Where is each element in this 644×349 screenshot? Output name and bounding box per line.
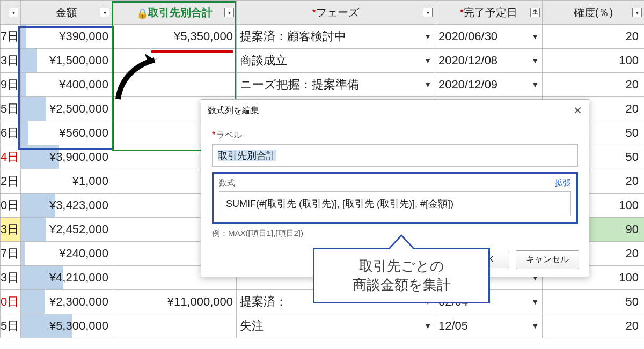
- filter-icon[interactable]: ▾: [224, 8, 234, 17]
- prob-cell: 20: [543, 314, 645, 338]
- day-cell: 3日: [1, 266, 21, 290]
- amount-cell: ¥1,000: [21, 169, 112, 194]
- table-row[interactable]: 5日¥5,300,000失注▼12/05▼20: [1, 314, 645, 338]
- chevron-down-icon[interactable]: ▼: [424, 80, 431, 89]
- prob-cell: 100: [543, 49, 645, 73]
- day-cell: 0日: [1, 194, 21, 218]
- lock-icon: 🔒: [136, 8, 148, 18]
- day-cell: 7日: [1, 242, 21, 266]
- col-amount-header[interactable]: 金額▾: [21, 1, 112, 25]
- phase-cell[interactable]: 失注▼: [237, 314, 435, 338]
- amount-cell: ¥1,500,000: [21, 49, 112, 73]
- date-cell[interactable]: 12/05▼: [435, 314, 543, 338]
- date-cell[interactable]: 2020/06/30▼: [435, 25, 543, 49]
- col-date-header[interactable]: *完了予定日: [435, 1, 543, 25]
- chevron-down-icon[interactable]: ▼: [531, 298, 539, 306]
- amount-cell: ¥3,900,000: [21, 145, 112, 169]
- day-cell: 4日: [1, 145, 21, 169]
- chevron-down-icon[interactable]: ▼: [424, 32, 431, 41]
- col-day-header[interactable]: ▾: [1, 1, 21, 25]
- table-row[interactable]: 3日¥1,500,000商談成立▼2020/12/08▼100: [1, 49, 645, 73]
- dialog-title: 数式列を編集: [208, 105, 259, 116]
- day-cell: 0日: [1, 290, 21, 314]
- filter-icon[interactable]: ▾: [423, 8, 433, 17]
- label-field-label: *ラベル: [212, 130, 578, 141]
- amount-cell: ¥4,210,000: [21, 266, 112, 290]
- arrow-annotation: [107, 48, 172, 107]
- amount-cell: ¥2,500,000: [21, 97, 112, 121]
- chevron-down-icon[interactable]: ▼: [531, 322, 539, 330]
- formula-field-label: 数式: [219, 178, 235, 188]
- amount-cell: ¥560,000: [21, 121, 112, 145]
- total-cell: ¥5,350,000: [112, 25, 237, 49]
- day-cell: 3日: [1, 218, 21, 242]
- phase-cell[interactable]: ニーズ把握：提案準備▼: [237, 73, 435, 97]
- total-cell: ¥11,000,000: [112, 290, 237, 314]
- chevron-down-icon[interactable]: ▼: [531, 56, 539, 65]
- formula-section-highlight: 数式 拡張 SUMIF(#[取引先 (取引先)], [取引先 (取引先)], #…: [212, 172, 578, 224]
- amount-cell: ¥3,423,000: [21, 194, 112, 218]
- chevron-down-icon[interactable]: ▼: [531, 80, 539, 89]
- table-row[interactable]: 9日¥400,000ニーズ把握：提案準備▼2020/12/09▼20: [1, 73, 645, 97]
- prob-cell: 50: [543, 290, 645, 314]
- chevron-down-icon[interactable]: ▼: [424, 322, 431, 330]
- day-cell: 2日: [1, 169, 21, 194]
- total-cell: [112, 314, 237, 338]
- day-cell: 5日: [1, 97, 21, 121]
- day-cell: 7日: [1, 25, 21, 49]
- header-row: ▾ 金額▾ 🔒取引先別合計▾ *フェーズ▾ *完了予定日 確度(％)▾: [1, 1, 645, 25]
- amount-cell: ¥400,000: [21, 73, 112, 97]
- date-cell[interactable]: 2020/12/08▼: [435, 49, 543, 73]
- col-total-header[interactable]: 🔒取引先別合計▾: [112, 1, 237, 25]
- prob-cell: 20: [543, 25, 645, 49]
- prob-cell: 20: [543, 73, 645, 97]
- phase-cell[interactable]: 商談成立▼: [237, 49, 435, 73]
- day-cell: 3日: [1, 49, 21, 73]
- day-cell: 5日: [1, 314, 21, 338]
- amount-cell: ¥240,000: [21, 242, 112, 266]
- amount-cell: ¥2,300,000: [21, 290, 112, 314]
- amount-cell: ¥390,000: [21, 25, 112, 49]
- expand-link[interactable]: 拡張: [555, 178, 571, 188]
- amount-cell: ¥2,452,000: [21, 218, 112, 242]
- amount-cell: ¥5,300,000: [21, 314, 112, 338]
- sort-asc-icon[interactable]: [530, 8, 540, 17]
- day-cell: 6日: [1, 121, 21, 145]
- date-cell[interactable]: 2020/12/09▼: [435, 73, 543, 97]
- filter-icon[interactable]: ▾: [632, 8, 642, 17]
- table-row[interactable]: 7日¥390,000¥5,350,000提案済：顧客検討中▼2020/06/30…: [1, 25, 645, 49]
- filter-icon[interactable]: ▾: [9, 8, 18, 17]
- col-prob-header[interactable]: 確度(％)▾: [543, 1, 645, 25]
- label-input[interactable]: 取引先別合計: [212, 144, 578, 167]
- chevron-down-icon[interactable]: ▼: [424, 56, 431, 65]
- day-cell: 9日: [1, 73, 21, 97]
- col-phase-header[interactable]: *フェーズ▾: [237, 1, 435, 25]
- chevron-down-icon[interactable]: ▼: [531, 32, 539, 41]
- formula-input[interactable]: SUMIF(#[取引先 (取引先)], [取引先 (取引先)], #[金額]): [219, 191, 571, 216]
- filter-icon[interactable]: ▾: [100, 8, 109, 17]
- callout-box: 取引先ごとの 商談金額を集計: [313, 248, 490, 303]
- cancel-button[interactable]: キャンセル: [516, 250, 579, 269]
- close-icon[interactable]: ✕: [573, 104, 582, 117]
- phase-cell[interactable]: 提案済：顧客検討中▼: [237, 25, 435, 49]
